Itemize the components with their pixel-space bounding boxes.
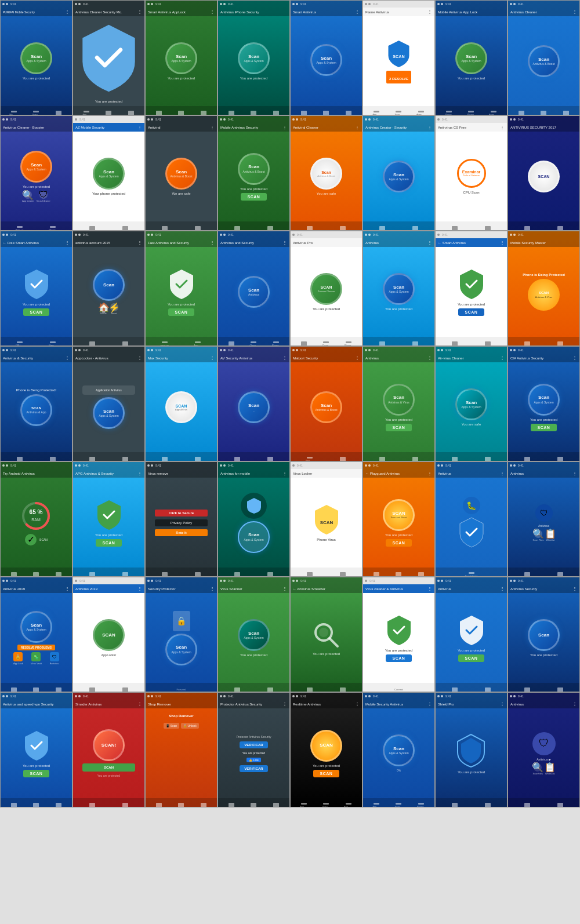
nav-1[interactable] [378,226,386,231]
nav-1[interactable]: memory Cleaner [161,341,169,346]
nav-applock[interactable]: App Lock [372,803,380,807]
scan-button[interactable]: SCAN [168,308,195,316]
nav-1[interactable]: Trader [306,687,314,692]
nav-2[interactable] [484,226,492,231]
scan-button[interactable]: SCAN [458,654,485,662]
nav-3[interactable] [562,111,570,115]
bottom-icon-1[interactable]: App Lock [82,111,90,115]
nav-3[interactable]: Online [200,803,208,807]
nav-1[interactable] [161,226,169,231]
nav-2[interactable] [556,341,564,346]
nav-settings[interactable]: Settings [417,572,425,577]
nav-2[interactable]: Ram Usage [49,341,57,346]
nav-1[interactable]: Exclusions [300,341,308,346]
nav-1[interactable]: Scan [227,803,235,807]
nav-2[interactable] [556,226,564,231]
scan-button[interactable]: SCAN [531,424,557,431]
nav-1[interactable] [88,572,96,577]
nav-scanvirus[interactable]: Scan Virus [394,803,403,807]
nav-scanvirus[interactable]: Scan Virus [394,111,403,115]
nav-2[interactable]: Clean Boost [249,341,258,346]
nav-2[interactable] [484,457,492,461]
nav-1[interactable] [523,687,531,692]
privacy-policy-btn[interactable]: Privacy Policy [155,519,207,526]
nav-2[interactable] [556,457,564,461]
nav-1[interactable]: Home [300,111,308,115]
nav-2[interactable] [484,803,492,807]
nav-3[interactable]: Apps Manager [490,111,498,115]
nav-2[interactable] [339,226,347,231]
nav-2[interactable] [339,572,347,577]
nav-2[interactable]: Clean Boost [322,341,330,346]
fb-like-btn[interactable]: 👍 Like [246,758,261,762]
scan-button[interactable]: SCAN [458,308,485,316]
nav-1[interactable]: Pay Now [306,457,314,461]
nav-3[interactable] [55,572,63,577]
nav-1[interactable] [451,341,459,346]
bottom-icon-manager[interactable]: My Manager [10,111,18,115]
nav-2[interactable]: Phone Info [467,111,475,115]
nav-1[interactable] [378,457,386,461]
nav-3[interactable] [55,803,63,807]
nav-2[interactable]: Unlock [249,803,258,807]
nav-1[interactable] [233,457,241,461]
bottom-icon-2[interactable]: Manager [104,111,113,115]
scan-btn[interactable]: Scan [82,763,135,772]
nav-2[interactable] [266,572,274,577]
nav-1[interactable] [523,341,531,346]
nav-1[interactable]: Smartphone Recognition [467,572,476,577]
nav-2[interactable] [121,457,129,461]
nav-2[interactable] [49,457,57,461]
nav-home[interactable]: Home [227,111,235,115]
nav-2[interactable] [121,572,129,577]
nav-2[interactable] [121,803,129,807]
nav-1[interactable]: Home [155,111,163,115]
nav-apps[interactable]: Apps [88,341,96,346]
scan-button[interactable]: SCAN [23,308,50,316]
nav-2[interactable] [194,457,202,461]
nav-1[interactable]: Rate us Stars [16,226,24,231]
nav-1[interactable]: Scan [155,803,163,807]
nav-3[interactable]: Phone Shield [272,341,280,346]
nav-2[interactable] [556,803,564,807]
scan-button[interactable]: SCAN [313,770,340,777]
scan-button[interactable]: SCAN [96,539,122,547]
bottom-icon-antivirus[interactable]: Antivirus [55,111,63,115]
nav-2[interactable] [484,687,492,692]
nav-1[interactable] [451,457,459,461]
verificar-btn[interactable]: VERIFICAR [240,741,267,748]
nav-3[interactable]: Phone Shield [345,341,353,346]
nav-2[interactable]: App Shield [194,341,202,346]
nav-2[interactable] [484,341,492,346]
nav-2[interactable] [339,687,347,692]
nav-1[interactable] [523,457,531,461]
nav-safetips[interactable]: SafeTips [372,572,380,577]
scan-button[interactable]: SCAN [386,424,412,431]
nav-1[interactable] [10,572,18,577]
nav-2[interactable]: Scan Virus [322,803,330,807]
nav-1[interactable] [451,226,459,231]
nav-2[interactable] [556,687,564,692]
nav-1[interactable]: Phone Info [445,111,453,115]
scan-button[interactable]: SCAN [241,193,267,201]
nav-phoneinfo[interactable]: Phone Info [417,803,425,807]
nav-1[interactable] [306,226,314,231]
nav-2[interactable] [411,457,419,461]
verificar-btn-2[interactable]: VERIFICAR [240,765,267,772]
nav-3[interactable]: App Manager [345,803,353,807]
bottom-icon-3[interactable]: Monitor [127,111,135,115]
nav-2[interactable] [411,226,419,231]
scan-button[interactable]: SCAN [386,654,412,662]
nav-2[interactable]: Phone Info [49,226,57,231]
nav-1[interactable] [523,572,531,577]
nav-1[interactable]: CPU Usage [16,341,24,346]
nav-applock[interactable]: App Lock [372,111,380,115]
nav-1[interactable] [451,803,459,807]
nav-lock[interactable]: Lock [272,111,280,115]
nav-1[interactable] [523,803,531,807]
nav-2[interactable] [121,226,129,231]
nav-1[interactable] [233,687,241,692]
nav-2[interactable]: Scan [177,111,185,115]
nav-2[interactable] [194,226,202,231]
nav-1[interactable]: Personal Security App [177,687,186,692]
